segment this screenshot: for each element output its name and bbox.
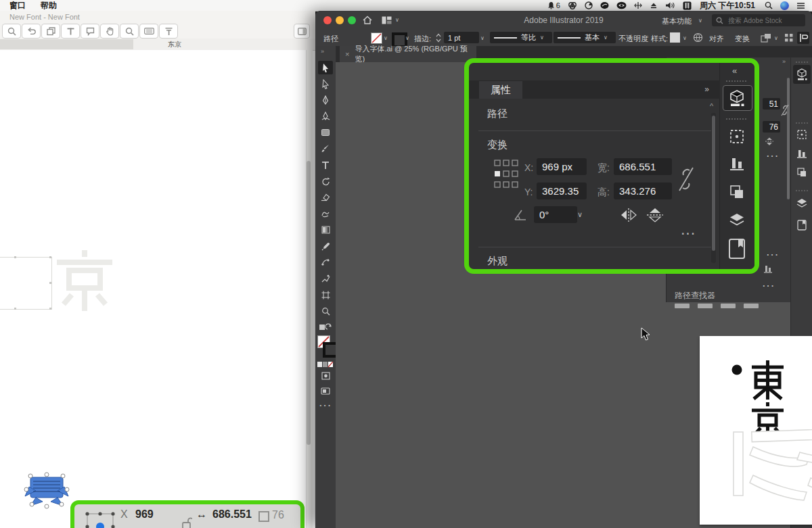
style-chevron[interactable]: ∨	[683, 35, 687, 41]
document-tab[interactable]: × 导入字体.ai @ 25% (RGB/GPU 预览)	[340, 46, 476, 62]
blend-tool[interactable]	[318, 256, 333, 269]
undo-button[interactable]	[22, 24, 41, 39]
pathfinder-exclude-button[interactable]	[744, 304, 759, 308]
artboard[interactable]	[700, 336, 812, 525]
menu-window[interactable]: 窗口	[9, 0, 26, 11]
gradient-tool[interactable]	[318, 223, 333, 237]
flip-vertical-fragment-icon[interactable]	[764, 137, 775, 147]
layers-panel-button[interactable]	[728, 212, 746, 232]
stock-search-input[interactable]	[727, 16, 804, 25]
reference-point-grid[interactable]	[84, 510, 116, 528]
docked-height-fragment[interactable]: 76	[763, 121, 780, 133]
properties-panel-button-active[interactable]	[723, 85, 752, 111]
text-tool-button[interactable]	[61, 24, 80, 39]
flip-horizontal-button[interactable]	[619, 208, 638, 222]
stock-search-box[interactable]	[712, 14, 805, 26]
rotate-tool[interactable]	[318, 174, 333, 188]
artboards-panel-button[interactable]	[728, 128, 746, 148]
width-value[interactable]: 686.551	[212, 508, 252, 521]
panel-collapse-chevron[interactable]: »	[782, 58, 786, 65]
x-field[interactable]: 969 px	[537, 158, 587, 175]
glyph-cell-node[interactable]	[49, 256, 51, 258]
artboard-tool[interactable]	[318, 288, 333, 302]
metrics-keyboard-button[interactable]	[139, 24, 158, 39]
artboards-panel-button[interactable]	[794, 126, 810, 143]
fill-chevron[interactable]: ∨	[384, 35, 388, 41]
transform-more-dots[interactable]: ···	[767, 151, 780, 161]
glyph-cell-node[interactable]	[14, 308, 16, 310]
shaper-tool[interactable]	[318, 207, 333, 220]
badge-app-icon[interactable]	[600, 0, 609, 11]
align-label[interactable]: 对齐	[709, 34, 724, 44]
illustrator-titlebar[interactable]: ∨ Adobe Illustrator 2019 基本功能 ∨	[315, 11, 812, 30]
rotation-field[interactable]: 0°	[534, 206, 577, 223]
eraser-tool[interactable]	[318, 191, 333, 204]
tools-more-dots[interactable]: ···	[319, 400, 332, 410]
annotation-tool-button[interactable]	[81, 24, 99, 39]
selection-tool[interactable]	[318, 61, 333, 74]
reference-point-grid[interactable]	[493, 159, 519, 190]
switch-audio-icon[interactable]	[634, 0, 642, 11]
tools-expand-chevron[interactable]: »	[321, 48, 324, 55]
x-value[interactable]: 969	[135, 508, 154, 521]
zoom-tool[interactable]	[318, 304, 333, 318]
zoom-window-button[interactable]	[348, 16, 356, 24]
align-panel-button[interactable]	[728, 155, 746, 175]
opacity-label[interactable]: 不透明度	[618, 34, 648, 44]
cloud-app-icon[interactable]	[568, 0, 577, 11]
panel-menu-chevron[interactable]: »	[704, 85, 709, 94]
screen-mode-icon[interactable]	[318, 384, 333, 398]
rotation-chevron[interactable]: ∨	[577, 210, 583, 219]
font-editor-scrollbar-thumb[interactable]	[307, 161, 311, 445]
font-editor-titlebar[interactable]: New Font - New Font	[0, 11, 315, 22]
workspace-switcher[interactable]: 基本功能	[662, 16, 692, 26]
edit-tab-label[interactable]: 东京	[168, 40, 181, 49]
arrange-chevron[interactable]: ∨	[395, 17, 399, 23]
draw-normal-mode-icon[interactable]	[318, 369, 333, 383]
symbol-sprayer-tool[interactable]	[318, 272, 333, 285]
shape-mode-chevron[interactable]: ∨	[774, 35, 778, 41]
glyph-cell-node[interactable]	[49, 282, 51, 284]
glyph-grid-tab[interactable]	[0, 39, 133, 49]
notification-center-icon[interactable]	[796, 0, 805, 11]
lock-open-icon[interactable]	[181, 517, 192, 528]
eyedropper-tool[interactable]	[318, 239, 333, 253]
pathfinder-more-dots[interactable]: ···	[763, 281, 775, 291]
document-setup-globe-icon[interactable]	[693, 32, 703, 43]
fill-none-swatch[interactable]	[371, 32, 382, 44]
font-editor-canvas[interactable]: X 969 Y -3629.3 ↔ 686.551 ↕ 343.275 76 7…	[0, 50, 306, 528]
hand-tool-button[interactable]	[100, 24, 119, 39]
layers-panel-button[interactable]	[794, 195, 810, 212]
zoom-tool-button[interactable]	[2, 24, 21, 39]
align-panel-button[interactable]	[794, 145, 810, 162]
align-to-selection-button[interactable]	[797, 32, 809, 44]
stroke-stepper[interactable]	[436, 32, 441, 43]
close-window-button[interactable]	[323, 16, 332, 24]
docked-panel-scrollbar[interactable]	[787, 78, 790, 199]
stroke-width-field[interactable]: 1 pt	[444, 32, 479, 43]
tab-close-icon[interactable]: ×	[345, 50, 349, 58]
docked-width-fragment[interactable]: 51	[763, 98, 780, 110]
pathfinder-minus-button[interactable]	[698, 304, 713, 308]
height-field[interactable]: 343.276	[614, 183, 672, 199]
stroke-chevron[interactable]: ∨	[405, 35, 409, 41]
transform-label[interactable]: 变换	[735, 34, 750, 44]
pathfinder-intersect-button[interactable]	[721, 304, 736, 308]
preview-panels-button[interactable]	[41, 24, 60, 39]
rectangle-tool[interactable]	[318, 126, 333, 139]
menubar-clock[interactable]: 周六 下午10:51	[700, 0, 755, 11]
stroke-width-chevron[interactable]: ∨	[480, 35, 484, 41]
pathfinder-unite-button[interactable]	[675, 304, 690, 308]
constrain-proportions-broken-icon[interactable]	[677, 166, 695, 193]
panel-scrollbar-thumb[interactable]	[712, 116, 715, 251]
stroke-profile-dropdown[interactable]: 等比 ∨	[490, 32, 552, 43]
home-icon[interactable]	[363, 16, 372, 24]
bell-icon[interactable]	[547, 0, 555, 11]
siri-icon[interactable]	[780, 0, 789, 11]
menu-help[interactable]: 帮助	[41, 0, 57, 11]
align-fragment-icon[interactable]	[763, 263, 773, 274]
workspace-chevron[interactable]: ∨	[698, 18, 702, 24]
type-tool[interactable]	[318, 158, 333, 172]
shape-mode-icon[interactable]	[761, 33, 771, 43]
properties-tab[interactable]: 属性	[479, 81, 522, 99]
